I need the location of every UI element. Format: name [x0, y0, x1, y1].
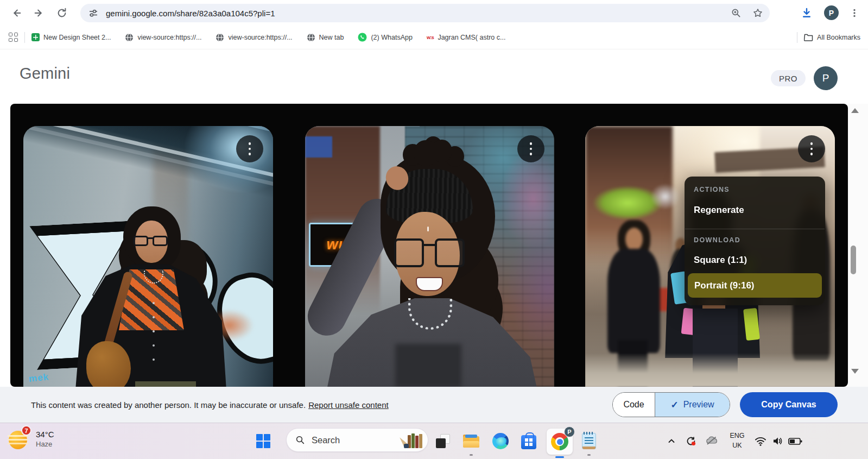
zoom-icon[interactable]: [731, 8, 742, 18]
windows-taskbar: 7 34°C Haze Search: [0, 423, 868, 459]
wifi-icon[interactable]: [752, 433, 769, 449]
pro-badge: PRO: [771, 70, 806, 86]
screen: gemini.google.com/share/82a3a0a104c5?pli…: [0, 0, 868, 459]
bookmark-new-tab[interactable]: New tab: [307, 33, 344, 42]
microsoft-store-icon[interactable]: [518, 431, 539, 451]
weather-condition: Haze: [36, 440, 54, 448]
active-app-indicator: [555, 456, 564, 458]
url-text[interactable]: gemini.google.com/share/82a3a0a104c5?pli…: [106, 9, 275, 18]
photo1-blue-flare: [184, 126, 273, 193]
battery-icon[interactable]: [787, 433, 803, 449]
bookmark-whatsapp[interactable]: (2) WhatsApp: [358, 33, 412, 42]
windows-start-icon[interactable]: [256, 434, 271, 449]
photo3-pavement: [585, 353, 835, 387]
sync-alert-icon[interactable]: [683, 433, 699, 449]
browser-toolbar: gemini.google.com/share/82a3a0a104c5?pli…: [0, 0, 868, 26]
photo2-woman-beanie: [340, 152, 524, 387]
image2-options-kebab-button[interactable]: [517, 135, 544, 162]
weather-widget[interactable]: 7 34°C Haze: [8, 427, 54, 450]
scroll-down-arrow-icon[interactable]: [851, 369, 859, 374]
canvas: mek wuf: [10, 104, 848, 387]
scroll-up-arrow-icon[interactable]: [851, 108, 859, 113]
address-bar[interactable]: gemini.google.com/share/82a3a0a104c5?pli…: [80, 4, 770, 22]
content-disclaimer: This content was created by another pers…: [31, 387, 389, 423]
bookmark-new-design-sheet[interactable]: New Design Sheet 2...: [31, 33, 111, 41]
page-title: Gemini: [20, 65, 70, 83]
site-settings-tune-icon[interactable]: [88, 8, 98, 18]
edge-browser-icon[interactable]: [490, 431, 511, 451]
file-explorer-icon[interactable]: [461, 431, 481, 451]
preview-tab-label: Preview: [683, 400, 714, 410]
search-placeholder: Search: [312, 435, 401, 445]
bookmark-view-source-2[interactable]: view-source:https://...: [216, 33, 292, 42]
copy-canvas-button[interactable]: Copy Canvas: [740, 392, 838, 417]
language-secondary: UK: [726, 441, 748, 450]
tray-chevron-up-icon[interactable]: [663, 433, 680, 449]
photo1-graffiti-tag-text: mek: [28, 372, 49, 385]
browser-profile-avatar[interactable]: P: [824, 5, 839, 20]
globe-icon: [216, 33, 224, 42]
bookmark-star-icon[interactable]: [752, 8, 763, 18]
globe-icon: [307, 33, 315, 42]
photo1-glasses: [133, 236, 171, 247]
search-icon: [295, 435, 305, 445]
onedrive-paused-cloud-icon[interactable]: [704, 433, 720, 449]
gemini-account-avatar[interactable]: P: [814, 66, 838, 90]
image3-options-kebab-button[interactable]: [798, 135, 825, 162]
back-icon[interactable]: [9, 6, 23, 20]
menu-item-regenerate[interactable]: Regenerate: [694, 205, 744, 216]
photo2-bindi: [427, 227, 429, 231]
report-unsafe-content-link[interactable]: Report unsafe content: [308, 400, 389, 410]
globe-icon: [125, 33, 134, 42]
chrome-profile-badge: P: [564, 426, 575, 437]
photo2-blue-sign: [305, 136, 332, 157]
weather-temperature: 34°C: [36, 430, 54, 439]
running-indicator: [587, 454, 591, 456]
sheets-icon: [31, 33, 40, 41]
volume-icon[interactable]: [770, 433, 786, 449]
code-tab[interactable]: Code: [613, 393, 655, 417]
scrollbar-thumb[interactable]: [851, 246, 856, 274]
menu-item-square[interactable]: Square (1:1): [694, 255, 747, 266]
photo2-smile: [416, 277, 443, 291]
image1-options-kebab-button[interactable]: [236, 135, 263, 162]
notepad-icon[interactable]: [579, 431, 599, 451]
chrome-taskbar-active-icon[interactable]: P: [547, 429, 573, 455]
language-indicator[interactable]: ENG UK: [726, 431, 748, 450]
bookmark-view-source-1[interactable]: view-source:https://...: [125, 33, 201, 42]
all-bookmarks-button[interactable]: All Bookmarks: [804, 33, 860, 41]
disclaimer-text: This content was created by another pers…: [31, 400, 306, 410]
search-doodle-books-quill-icon: [401, 432, 422, 448]
preview-tab[interactable]: ✓ Preview: [655, 393, 730, 417]
whatsapp-icon: [358, 33, 367, 42]
generated-image-card-2[interactable]: wuf: [305, 126, 554, 387]
bookmarks-separator: [797, 32, 797, 43]
bookmarks-bar: New Design Sheet 2... view-source:https:…: [0, 26, 868, 49]
bookmarks-separator: [24, 32, 25, 43]
photo1-olive-pants: [135, 381, 196, 387]
forward-icon[interactable]: [32, 6, 46, 20]
generated-image-card-1[interactable]: mek: [23, 126, 273, 387]
jagran-favicon: w:s: [427, 35, 434, 40]
photo1-jacket-buttons: [153, 302, 155, 304]
photo2-hoodie-graphic: [395, 344, 461, 387]
page-scrollbar[interactable]: [848, 104, 868, 387]
image-options-context-menu: ACTIONS Regenerate DOWNLOAD Square (1:1)…: [685, 177, 825, 305]
haze-weather-icon: 7: [8, 427, 30, 450]
download-icon[interactable]: [800, 7, 813, 20]
check-icon: ✓: [670, 399, 678, 411]
folder-icon: [804, 33, 813, 41]
bookmark-jagran-cms[interactable]: w:s Jagran CMS( astro c...: [427, 34, 506, 41]
apps-grid-icon[interactable]: [9, 33, 18, 42]
browser-menu-kebab-icon[interactable]: [850, 8, 859, 18]
menu-item-portrait-highlighted[interactable]: Portrait (9:16): [688, 273, 822, 298]
reload-icon[interactable]: [55, 6, 69, 20]
task-view-icon[interactable]: [433, 431, 453, 451]
language-primary: ENG: [726, 431, 748, 441]
code-preview-toggle: Code ✓ Preview: [612, 392, 730, 417]
menu-actions-header: ACTIONS: [694, 186, 730, 193]
taskbar-search-box[interactable]: Search: [286, 428, 428, 452]
footer-bar: This content was created by another pers…: [0, 387, 868, 423]
menu-divider: [685, 229, 825, 229]
menu-download-header: DOWNLOAD: [694, 236, 740, 244]
